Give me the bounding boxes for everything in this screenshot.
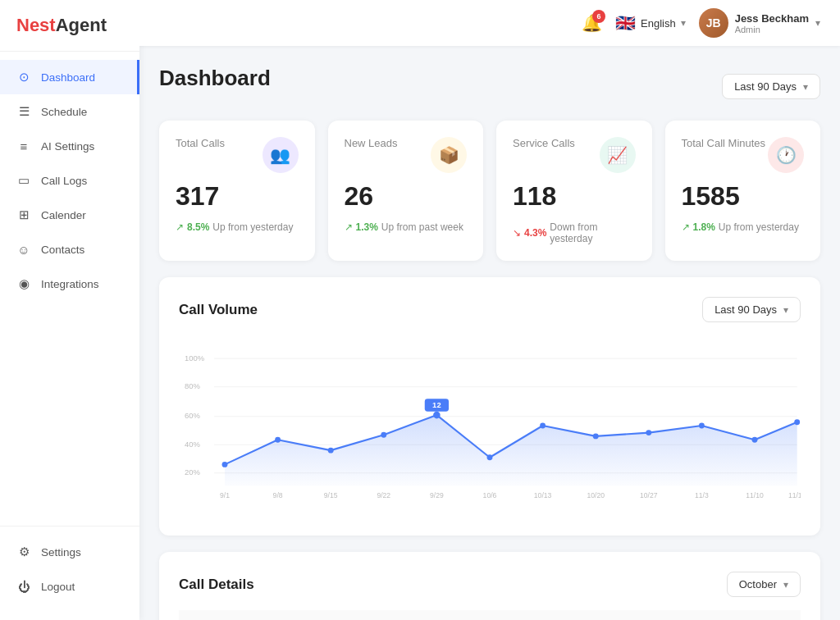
sidebar-item-integrations[interactable]: ◉ Integrations	[0, 267, 139, 301]
integrations-icon: ◉	[16, 276, 31, 291]
sidebar-item-ai-settings[interactable]: ≡ AI Settings	[0, 129, 139, 163]
sidebar: NestAgent ⊙ Dashboard ☰ Schedule ≡ AI Se…	[0, 0, 139, 620]
call-details-table-wrap: Customer Location Date - Time Service Ty…	[179, 610, 801, 620]
contacts-icon: ☺	[16, 242, 31, 257]
svg-text:10/13: 10/13	[534, 491, 552, 499]
svg-text:100%: 100%	[185, 353, 205, 362]
stat-change: ↘ 4.3% Down from yesterday	[513, 221, 636, 244]
stat-icon: 🕐	[768, 137, 804, 173]
stat-value: 317	[176, 181, 299, 212]
chart-period-dropdown[interactable]: Last 90 Days ▾	[702, 297, 801, 322]
svg-text:11/10: 11/10	[746, 491, 764, 499]
svg-text:10/6: 10/6	[483, 491, 497, 499]
stat-icon: 📈	[600, 137, 636, 173]
svg-point-22	[794, 419, 800, 425]
stat-label: Total Calls	[176, 137, 225, 149]
main-content: Dashboard Last 90 Days ▾ Total Calls 👥 3…	[139, 46, 840, 620]
stat-label: Total Call Minutes	[682, 137, 766, 149]
svg-point-12	[275, 437, 281, 443]
col-location: Location	[277, 610, 440, 620]
main-area: 🔔 6 🇬🇧 English ▾ JB Jess Beckham Admin ▾…	[139, 0, 840, 620]
svg-point-13	[328, 448, 334, 454]
svg-text:9/22: 9/22	[377, 491, 390, 499]
stat-change-pct: 8.5%	[187, 221, 209, 233]
header: 🔔 6 🇬🇧 English ▾ JB Jess Beckham Admin ▾	[139, 0, 840, 46]
stat-value: 26	[345, 181, 468, 212]
stat-change-text: Up from past week	[381, 221, 463, 233]
arrow-icon: ↘	[513, 227, 521, 239]
chart-card: Call Volume Last 90 Days ▾ 100% 80% 60% …	[159, 277, 820, 536]
sidebar-item-label: Dashboard	[41, 71, 95, 84]
stat-card-header: Total Call Minutes 🕐	[682, 137, 805, 173]
stat-change-pct: 4.3%	[524, 227, 546, 239]
stat-card-header: New Leads 📦	[345, 137, 468, 173]
stat-card-total-call-minutes: Total Call Minutes 🕐 1585 ↗ 1.8% Up from…	[665, 121, 821, 261]
avatar: JB	[699, 8, 728, 38]
logout-icon: ⏻	[16, 579, 31, 594]
notification-bell[interactable]: 🔔 6	[582, 13, 602, 33]
user-menu[interactable]: JB Jess Beckham Admin ▾	[699, 8, 820, 38]
stat-change: ↗ 8.5% Up from yesterday	[176, 221, 299, 233]
svg-point-14	[381, 432, 386, 438]
sidebar-item-dashboard[interactable]: ⊙ Dashboard	[0, 60, 139, 94]
svg-text:10/20: 10/20	[587, 491, 605, 499]
stat-change-text: Down from yesterday	[550, 221, 635, 244]
svg-text:40%: 40%	[185, 440, 201, 449]
sidebar-item-schedule[interactable]: ☰ Schedule	[0, 94, 139, 129]
svg-text:11/3: 11/3	[695, 491, 709, 499]
svg-point-16	[487, 454, 493, 460]
details-period-dropdown[interactable]: October ▾	[727, 572, 801, 597]
svg-text:80%: 80%	[185, 381, 201, 390]
call-details-card: Call Details October ▾ Customer Location…	[159, 552, 820, 620]
sidebar-item-settings[interactable]: ⚙ Settings	[0, 535, 139, 569]
stat-icon: 📦	[431, 137, 467, 173]
sidebar-nav: ⊙ Dashboard ☰ Schedule ≡ AI Settings ▭ C…	[0, 52, 139, 526]
chart-header: Call Volume Last 90 Days ▾	[179, 297, 801, 322]
sidebar-item-label: Call Logs	[41, 175, 87, 187]
svg-text:12: 12	[432, 400, 441, 409]
sidebar-item-label: Calender	[41, 209, 86, 221]
svg-point-20	[699, 423, 705, 429]
notification-count: 6	[592, 10, 605, 23]
details-period-label: October	[739, 578, 777, 590]
period-dropdown[interactable]: Last 90 Days ▾	[722, 74, 820, 99]
sidebar-item-label: Contacts	[41, 244, 84, 256]
line-chart: 100% 80% 60% 40% 20%	[179, 335, 801, 516]
svg-text:9/1: 9/1	[220, 491, 230, 499]
stat-change: ↗ 1.3% Up from past week	[345, 221, 468, 233]
stat-change: ↗ 1.8% Up from yesterday	[682, 221, 805, 233]
col-service-type: Service Type	[592, 610, 690, 620]
sidebar-item-call-logs[interactable]: ▭ Call Logs	[0, 163, 139, 198]
svg-text:9/8: 9/8	[273, 491, 283, 499]
svg-marker-10	[225, 415, 797, 486]
svg-text:9/29: 9/29	[430, 491, 444, 499]
stat-cards: Total Calls 👥 317 ↗ 8.5% Up from yesterd…	[159, 121, 820, 261]
stat-card-header: Total Calls 👥	[176, 137, 299, 173]
language-selector[interactable]: 🇬🇧 English ▾	[615, 13, 686, 33]
user-name: Jess Beckham	[735, 12, 809, 25]
stat-change-pct: 1.8%	[693, 221, 715, 233]
page-header: Dashboard Last 90 Days ▾	[159, 66, 820, 107]
sidebar-bottom: ⚙ Settings ⏻ Logout	[0, 526, 139, 620]
stat-change-text: Up from yesterday	[719, 221, 799, 233]
stat-card-service-calls: Service Calls 📈 118 ↘ 4.3% Down from yes…	[496, 121, 652, 261]
stat-label: New Leads	[345, 137, 398, 149]
arrow-icon: ↗	[345, 221, 353, 233]
details-chevron-icon: ▾	[783, 579, 788, 590]
svg-point-17	[540, 423, 546, 429]
svg-text:10/27: 10/27	[640, 491, 658, 499]
col-status: Status	[691, 610, 801, 620]
details-header: Call Details October ▾	[179, 572, 801, 597]
stat-change-text: Up from yesterday	[212, 221, 293, 233]
sidebar-item-label: Settings	[41, 546, 81, 558]
chevron-down-icon: ▾	[681, 17, 686, 29]
details-title: Call Details	[179, 577, 254, 593]
call-logs-icon: ▭	[16, 173, 31, 188]
sidebar-item-contacts[interactable]: ☺ Contacts	[0, 232, 139, 267]
stat-label: Service Calls	[513, 137, 575, 149]
svg-text:9/15: 9/15	[324, 491, 338, 499]
sidebar-item-label: Logout	[41, 581, 75, 593]
call-details-table: Customer Location Date - Time Service Ty…	[179, 610, 801, 620]
sidebar-item-logout[interactable]: ⏻ Logout	[0, 569, 139, 604]
sidebar-item-calendar[interactable]: ⊞ Calender	[0, 198, 139, 232]
